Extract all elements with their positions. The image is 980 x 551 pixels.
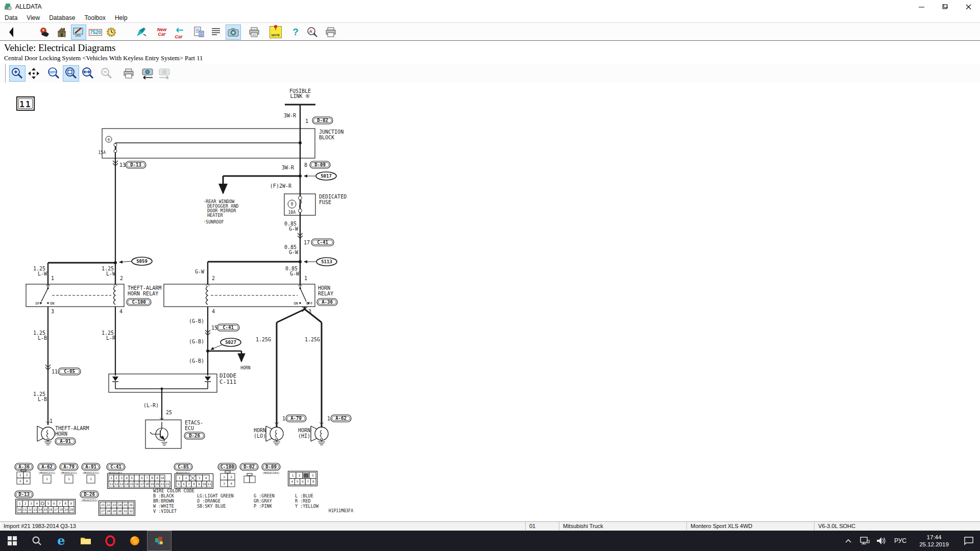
file-explorer-icon[interactable] xyxy=(74,531,98,551)
alldata-taskbar-icon[interactable] xyxy=(147,531,172,551)
status-make: Mitsubishi Truck xyxy=(559,522,687,530)
svg-text:1: 1 xyxy=(305,118,308,124)
svg-text:OFF: OFF xyxy=(35,302,42,306)
clock-time: 17:44 xyxy=(913,534,955,541)
help-icon[interactable]: ? xyxy=(288,24,303,40)
svg-text:(MU801563): (MU801563) xyxy=(81,499,98,502)
svg-text:29: 29 xyxy=(112,509,116,513)
svg-text:32: 32 xyxy=(129,509,133,513)
svg-text:C-85: C-85 xyxy=(178,464,189,469)
svg-text:3W-R: 3W-R xyxy=(282,165,295,170)
numbers-7520-icon[interactable]: 7520 xyxy=(88,24,103,40)
zoom-width-icon[interactable] xyxy=(80,65,96,82)
print-diagram-icon[interactable] xyxy=(120,65,137,82)
svg-text:5: 5 xyxy=(131,476,133,480)
svg-text:2: 2 xyxy=(24,502,27,505)
volume-icon[interactable] xyxy=(874,531,888,551)
print-icon[interactable] xyxy=(247,24,262,40)
svg-text:8: 8 xyxy=(193,482,195,486)
svg-text:19: 19 xyxy=(150,482,154,486)
diode-box xyxy=(109,374,217,392)
svg-text:2: 2 xyxy=(120,276,123,281)
svg-text:MU801461: MU801461 xyxy=(109,471,122,474)
close-button[interactable] xyxy=(957,0,980,13)
search-icon[interactable] xyxy=(24,531,49,551)
service-intervals-icon[interactable] xyxy=(104,24,119,40)
back-icon[interactable] xyxy=(4,24,19,40)
svg-text:(G-B): (G-B) xyxy=(189,339,204,344)
svg-text:HORN: HORN xyxy=(240,366,250,370)
svg-text:L-B: L-B xyxy=(38,396,47,402)
start-button[interactable] xyxy=(0,531,24,551)
svg-text:V :VIOLET: V :VIOLET xyxy=(153,509,177,514)
svg-text:C-41: C-41 xyxy=(317,240,328,245)
menu-data[interactable]: Data xyxy=(0,13,22,22)
search-az-icon[interactable]: Az xyxy=(305,24,321,40)
svg-text:HORN: HORN xyxy=(298,428,310,433)
svg-text:C-41: C-41 xyxy=(110,464,121,469)
diagrams-camera-icon[interactable] xyxy=(226,24,241,40)
car-back-icon[interactable]: Car xyxy=(171,24,186,40)
vehicle-select-icon[interactable] xyxy=(71,24,86,40)
tray-chevron-icon[interactable] xyxy=(841,531,855,551)
print-screen-icon[interactable] xyxy=(323,24,338,40)
clock[interactable]: 17:44 25.12.2019 xyxy=(913,534,955,548)
firefox-icon[interactable] xyxy=(122,531,147,551)
minimize-button[interactable] xyxy=(910,0,933,13)
svg-text:6: 6 xyxy=(108,138,110,142)
hotline-icon[interactable] xyxy=(37,24,53,40)
svg-text:18: 18 xyxy=(59,508,63,511)
menu-toolbox[interactable]: Toolbox xyxy=(80,13,110,22)
svg-text:17: 17 xyxy=(54,508,58,511)
new-car-icon[interactable]: NewCar xyxy=(154,24,169,40)
svg-text:A-62: A-62 xyxy=(41,464,53,469)
svg-text:G-W: G-W xyxy=(289,249,299,255)
menu-database[interactable]: Database xyxy=(44,13,80,22)
svg-text:9: 9 xyxy=(70,502,72,505)
home-icon[interactable] xyxy=(54,24,69,40)
diagram-subtitle: Central Door Locking System <Vehicles Wi… xyxy=(4,55,203,62)
svg-text:1.25G: 1.25G xyxy=(256,337,271,342)
diagram-canvas[interactable]: 11 xyxy=(0,83,980,521)
svg-text:C-100: C-100 xyxy=(220,464,234,469)
maximize-button[interactable] xyxy=(933,0,957,13)
svg-text:11: 11 xyxy=(23,508,27,511)
network-icon[interactable] xyxy=(857,531,872,551)
menu-help[interactable]: Help xyxy=(110,13,132,22)
svg-text:C-85: C-85 xyxy=(64,369,75,374)
article-text-icon[interactable] xyxy=(208,24,224,40)
prev-image-icon[interactable] xyxy=(139,65,156,82)
zoom-out-icon[interactable] xyxy=(99,65,115,82)
svg-text:9: 9 xyxy=(156,476,158,480)
svg-text:C-41: C-41 xyxy=(223,325,234,330)
svg-text:6: 6 xyxy=(183,482,185,486)
svg-text:26: 26 xyxy=(129,503,133,507)
zoom-fit-icon[interactable] xyxy=(63,65,79,82)
wiring-diagram: 11 xyxy=(0,83,980,521)
opera-icon[interactable] xyxy=(98,531,122,551)
svg-text:7: 7 xyxy=(307,480,309,483)
svg-text:D-13: D-13 xyxy=(18,492,30,497)
menu-view[interactable]: View xyxy=(22,13,44,22)
svg-text:ON: ON xyxy=(294,302,298,306)
edge-icon[interactable]: e xyxy=(49,531,74,551)
svg-text:L-R: L-R xyxy=(106,335,116,341)
sign-pen-icon[interactable] xyxy=(134,24,149,40)
pan-icon[interactable] xyxy=(26,65,42,82)
svg-text:22: 22 xyxy=(107,503,111,507)
svg-text:HORN RELAY: HORN RELAY xyxy=(128,291,158,296)
estimate-icon[interactable] xyxy=(191,24,207,40)
svg-text:LG:LIGHT GREEN: LG:LIGHT GREEN xyxy=(197,493,234,498)
svg-text:17: 17 xyxy=(140,482,144,486)
action-center-icon[interactable] xyxy=(958,531,980,551)
next-image-icon[interactable] xyxy=(156,65,173,82)
svg-text:11: 11 xyxy=(52,369,58,374)
note-icon[interactable]: NOTE xyxy=(268,24,283,40)
svg-text:A-91: A-91 xyxy=(60,439,71,444)
zoom-100-icon[interactable]: 100% xyxy=(45,65,62,82)
zoom-in-icon[interactable] xyxy=(9,65,26,82)
svg-text:C-100: C-100 xyxy=(132,299,145,305)
svg-text:16: 16 xyxy=(49,508,53,511)
language-indicator[interactable]: РУС xyxy=(890,537,911,544)
svg-text:15: 15 xyxy=(211,325,217,331)
